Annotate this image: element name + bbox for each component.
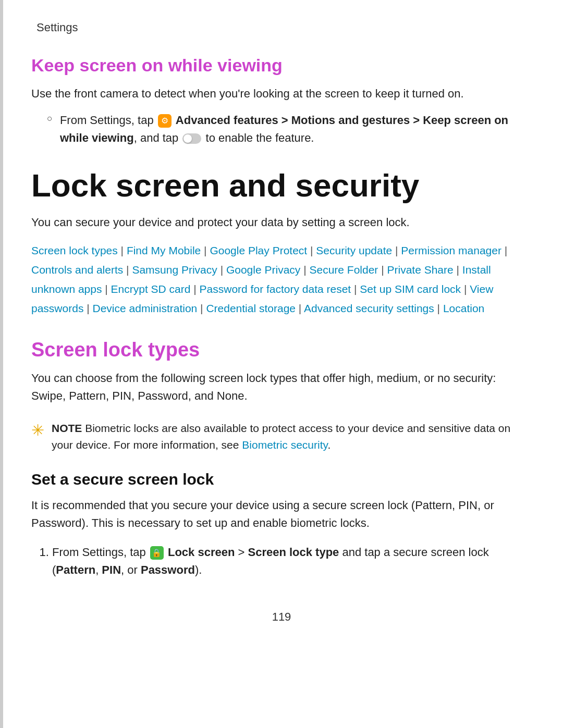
screen-lock-types-section: Screen lock types You can choose from th… [31, 339, 532, 453]
link-google-privacy[interactable]: Google Privacy [226, 264, 300, 276]
keep-screen-description: Use the front camera to detect when you'… [31, 85, 532, 102]
page-border [0, 0, 3, 728]
note-label: NOTE [52, 422, 82, 434]
screen-lock-types-title: Screen lock types [31, 339, 532, 361]
link-device-admin[interactable]: Device administration [93, 302, 198, 314]
lock-screen-title: Lock screen and security [31, 168, 532, 203]
note-block: ✳ NOTE Biometric locks are also availabl… [31, 420, 532, 454]
keep-screen-title: Keep screen on while viewing [31, 55, 532, 76]
link-private-share[interactable]: Private Share [387, 264, 453, 276]
screen-lock-types-desc: You can choose from the following screen… [31, 369, 532, 405]
lock-screen-icon [150, 546, 164, 560]
settings-icon [158, 114, 172, 128]
link-location[interactable]: Location [443, 302, 484, 314]
link-google-play-protect[interactable]: Google Play Protect [210, 244, 307, 256]
page-label: Settings [31, 21, 532, 34]
lock-screen-section: Lock screen and security You can secure … [31, 168, 532, 318]
link-secure-folder[interactable]: Secure Folder [309, 264, 378, 276]
secure-lock-title: Set a secure screen lock [31, 471, 532, 488]
link-credential-storage[interactable]: Credential storage [206, 302, 296, 314]
note-sun-icon: ✳ [31, 421, 44, 439]
secure-screen-lock-section: Set a secure screen lock It is recommend… [31, 471, 532, 579]
link-password-factory[interactable]: Password for factory data reset [200, 283, 351, 295]
link-samsung-privacy[interactable]: Samsung Privacy [132, 264, 217, 276]
secure-lock-steps: From Settings, tap Lock screen > Screen … [52, 544, 532, 579]
link-sim-card-lock[interactable]: Set up SIM card lock [360, 283, 461, 295]
keep-screen-bullet: ○ From Settings, tap Advanced features >… [47, 112, 532, 147]
note-end: . [327, 439, 331, 451]
link-find-my-mobile[interactable]: Find My Mobile [127, 244, 201, 256]
link-screen-lock-types[interactable]: Screen lock types [31, 244, 118, 256]
toggle-icon [182, 133, 201, 144]
link-controls-alerts[interactable]: Controls and alerts [31, 264, 123, 276]
link-permission-manager[interactable]: Permission manager [401, 244, 501, 256]
keep-screen-bullet-text: From Settings, tap Advanced features > M… [60, 112, 532, 147]
page-number: 119 [31, 610, 532, 624]
keep-screen-section: Keep screen on while viewing Use the fro… [31, 55, 532, 147]
bullet-circle-icon: ○ [47, 113, 53, 124]
links-block: Screen lock types | Find My Mobile | Goo… [31, 241, 532, 318]
link-advanced-security[interactable]: Advanced security settings [304, 302, 434, 314]
lock-screen-intro: You can secure your device and protect y… [31, 214, 532, 231]
link-encrypt-sd[interactable]: Encrypt SD card [111, 283, 191, 295]
note-text: NOTE Biometric locks are also available … [52, 420, 532, 454]
link-security-update[interactable]: Security update [316, 244, 392, 256]
page: Settings Keep screen on while viewing Us… [0, 0, 563, 728]
secure-lock-step-1: From Settings, tap Lock screen > Screen … [52, 544, 532, 579]
secure-lock-desc: It is recommended that you secure your d… [31, 497, 532, 532]
link-biometric-security[interactable]: Biometric security [242, 439, 327, 451]
